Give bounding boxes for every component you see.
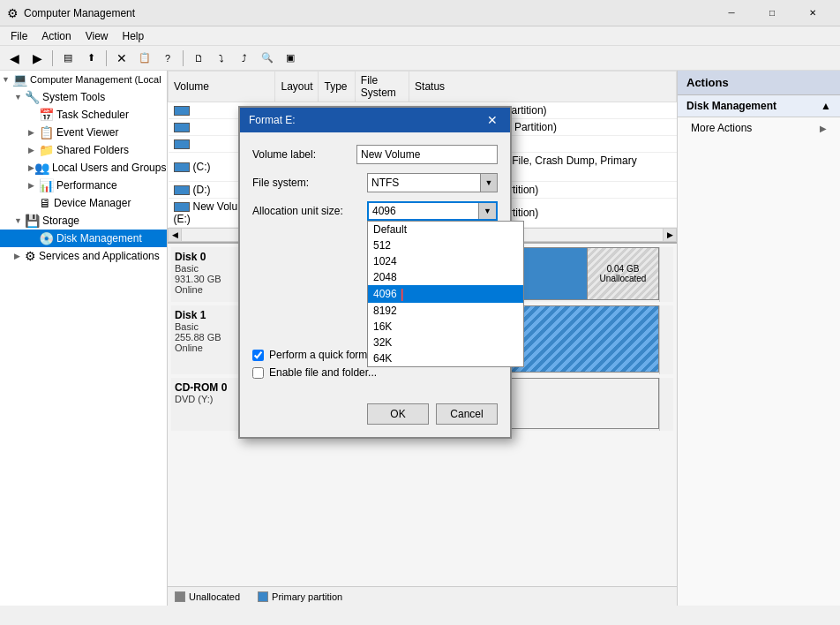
local-users-icon: 👥 bbox=[34, 161, 49, 175]
primary-color-box bbox=[258, 591, 268, 602]
ok-button[interactable]: OK bbox=[367, 403, 429, 425]
alloc-unit-display[interactable]: 4096 ▼ bbox=[367, 201, 498, 221]
col-layout: Layout bbox=[275, 72, 319, 102]
dialog-close-button[interactable]: ✕ bbox=[484, 111, 501, 129]
back-button[interactable]: ◀ bbox=[4, 49, 25, 68]
alloc-unit-select-wrapper: 4096 ▼ Default 512 1024 2048 4096 | 8192… bbox=[367, 201, 498, 221]
enable-compress-checkbox[interactable] bbox=[252, 367, 264, 379]
dropdown-item-16k[interactable]: 16K bbox=[368, 319, 523, 335]
col-fs: File System bbox=[355, 72, 409, 102]
dropdown-item-default[interactable]: Default bbox=[368, 222, 523, 237]
quick-format-checkbox[interactable] bbox=[252, 350, 264, 361]
maximize-button[interactable]: □ bbox=[752, 0, 792, 26]
unallocated-color-box bbox=[175, 591, 185, 602]
actions-pane: Actions Disk Management ▲ More Actions ▶ bbox=[677, 71, 840, 606]
toolbar-separator-3 bbox=[183, 50, 184, 66]
col-type: Type bbox=[319, 72, 355, 102]
system-tools-icon: 🔧 bbox=[25, 90, 40, 104]
legend-primary: Primary partition bbox=[258, 591, 342, 602]
disk1-scroll-right bbox=[659, 305, 673, 374]
cursor-marker: | bbox=[401, 287, 404, 301]
expand-icon: ▼ bbox=[14, 93, 25, 102]
up-dir-button[interactable]: ⬆ bbox=[80, 49, 101, 68]
help-button[interactable]: ? bbox=[157, 49, 178, 68]
sidebar-item-performance[interactable]: ▶ 📊 Performance bbox=[0, 177, 167, 194]
volume-label-row: Volume label: bbox=[252, 145, 498, 164]
title-bar: ⚙ Computer Management ─ □ ✕ bbox=[0, 0, 840, 26]
sidebar-item-storage[interactable]: ▼ 💾 Storage bbox=[0, 212, 167, 230]
tree-root[interactable]: ▼ 💻 Computer Management (Local bbox=[0, 71, 167, 88]
dropdown-item-1024[interactable]: 1024 bbox=[368, 253, 523, 269]
legend-unallocated: Unallocated bbox=[175, 591, 240, 602]
dropdown-item-64k[interactable]: 64K bbox=[368, 350, 523, 366]
toolbar: ◀ ▶ ▤ ⬆ ✕ 📋 ? 🗋 ⤵ ⤴ 🔍 ▣ bbox=[0, 46, 840, 71]
performance-icon: 📊 bbox=[39, 178, 54, 192]
sidebar-item-shared-folders[interactable]: ▶ 📁 Shared Folders bbox=[0, 141, 167, 159]
alloc-unit-dropdown: Default 512 1024 2048 4096 | 8192 16K 32… bbox=[367, 221, 524, 367]
window-controls: ─ □ ✕ bbox=[711, 0, 833, 26]
dialog-body: Volume label: File system: NTFS ▼ Alloca… bbox=[240, 132, 510, 396]
computer-icon: 💻 bbox=[12, 72, 27, 87]
col-volume: Volume bbox=[169, 72, 275, 102]
alloc-unit-row: Allocation unit size: 4096 ▼ Default 512… bbox=[252, 201, 498, 221]
dropdown-item-2048[interactable]: 2048 bbox=[368, 269, 523, 285]
disk-0-part-unalloc[interactable]: 0.04 GB Unallocated bbox=[588, 248, 658, 299]
scroll-right-button[interactable]: ▶ bbox=[663, 228, 677, 242]
volume-label-input[interactable] bbox=[356, 145, 498, 164]
export-button[interactable]: ⤴ bbox=[234, 49, 255, 68]
dialog-titlebar: Format E: ✕ bbox=[240, 108, 510, 132]
sidebar-item-local-users[interactable]: ▶ 👥 Local Users and Groups bbox=[0, 159, 167, 177]
actions-section-disk-management[interactable]: Disk Management ▲ bbox=[678, 95, 840, 117]
file-system-select[interactable]: NTFS bbox=[367, 173, 498, 192]
sidebar-item-event-viewer[interactable]: ▶ 📋 Event Viewer bbox=[0, 124, 167, 141]
dropdown-item-512[interactable]: 512 bbox=[368, 237, 523, 253]
sidebar-item-task-scheduler[interactable]: 📅 Task Scheduler bbox=[0, 106, 167, 124]
toolbar-separator-2 bbox=[106, 50, 107, 66]
dialog-title: Format E: bbox=[249, 114, 484, 126]
title-text: Computer Management bbox=[24, 7, 711, 19]
minimize-button[interactable]: ─ bbox=[711, 0, 752, 26]
event-viewer-icon: 📋 bbox=[39, 125, 54, 139]
properties-button[interactable]: 📋 bbox=[134, 49, 155, 68]
storage-icon: 💾 bbox=[25, 214, 40, 228]
forward-button[interactable]: ▶ bbox=[26, 49, 48, 68]
shared-folders-icon: 📁 bbox=[39, 143, 54, 157]
quick-format-label: Perform a quick forma... bbox=[269, 349, 382, 361]
sidebar-item-disk-management[interactable]: 💿 Disk Management bbox=[0, 230, 167, 247]
disk-management-icon: 💿 bbox=[39, 231, 54, 245]
menu-file[interactable]: File bbox=[4, 28, 34, 44]
import-button[interactable]: ⤵ bbox=[211, 49, 232, 68]
cancel-button[interactable]: Cancel bbox=[436, 403, 498, 425]
details-button[interactable]: ▣ bbox=[280, 49, 301, 68]
delete-button[interactable]: ✕ bbox=[111, 49, 132, 68]
dropdown-item-4096[interactable]: 4096 | bbox=[368, 285, 523, 303]
show-console-button[interactable]: ▤ bbox=[57, 49, 79, 68]
disk-scroll-right bbox=[659, 247, 673, 302]
alloc-unit-text: Allocation unit size: bbox=[252, 205, 367, 217]
sidebar-item-services[interactable]: ▶ ⚙ Services and Applications bbox=[0, 247, 167, 265]
scroll-left-button[interactable]: ◀ bbox=[168, 228, 182, 242]
new-button[interactable]: 🗋 bbox=[188, 49, 209, 68]
task-scheduler-icon: 📅 bbox=[39, 108, 54, 122]
alloc-unit-dropdown-arrow-icon[interactable]: ▼ bbox=[478, 203, 496, 219]
enable-compress-row: Enable file and folder... bbox=[252, 366, 498, 379]
expand-icon: ▼ bbox=[2, 75, 12, 84]
left-pane: ▼ 💻 Computer Management (Local ▼ 🔧 Syste… bbox=[0, 71, 168, 606]
file-system-row: File system: NTFS ▼ bbox=[252, 173, 498, 192]
menu-view[interactable]: View bbox=[79, 28, 116, 44]
dropdown-item-32k[interactable]: 32K bbox=[368, 335, 523, 350]
close-button[interactable]: ✕ bbox=[792, 0, 833, 26]
search-button[interactable]: 🔍 bbox=[257, 49, 278, 68]
menu-action[interactable]: Action bbox=[34, 28, 78, 44]
toolbar-separator-1 bbox=[52, 50, 53, 66]
dropdown-item-8192[interactable]: 8192 bbox=[368, 303, 523, 319]
status-bar: Unallocated Primary partition bbox=[168, 586, 677, 606]
app-icon: ⚙ bbox=[7, 6, 19, 20]
sidebar-item-device-manager[interactable]: 🖥 Device Manager bbox=[0, 194, 167, 212]
actions-more-link[interactable]: More Actions ▶ bbox=[678, 117, 840, 139]
actions-header: Actions bbox=[678, 71, 840, 95]
sidebar-item-system-tools[interactable]: ▼ 🔧 System Tools bbox=[0, 88, 167, 106]
services-icon: ⚙ bbox=[25, 249, 36, 263]
menu-help[interactable]: Help bbox=[116, 28, 152, 44]
file-system-select-wrapper: NTFS ▼ bbox=[367, 173, 498, 192]
